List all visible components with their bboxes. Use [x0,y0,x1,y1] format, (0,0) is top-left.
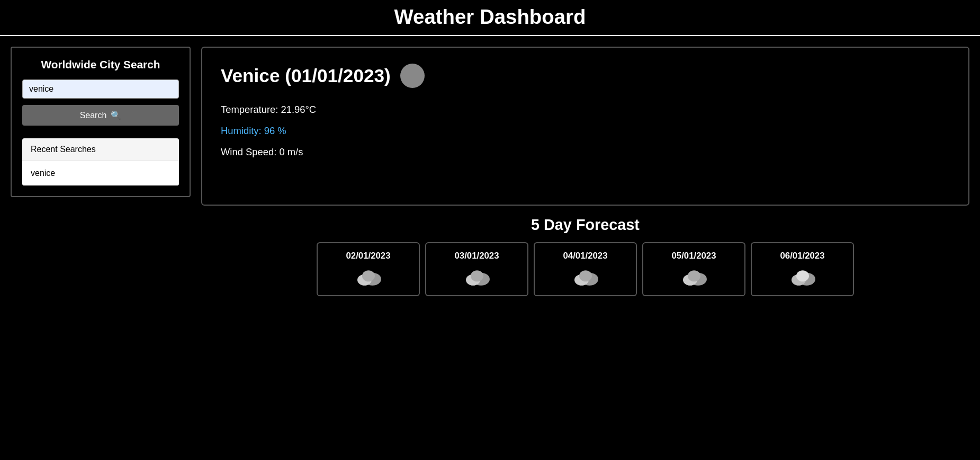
temperature-label: Temperature: 21.96°C [221,104,950,116]
forecast-date-day2: 03/01/2023 [455,251,499,261]
cloud-icon-day3 [570,267,601,288]
search-icon: 🔍 [111,110,121,120]
forecast-card-day4: 05/01/2023 [642,242,745,296]
forecast-date-day5: 06/01/2023 [780,251,825,261]
forecast-card-day2: 03/01/2023 [425,242,528,296]
recent-search-item[interactable]: venice [22,161,179,185]
humidity-label: Humidity: 96 % [221,125,950,137]
cloud-icon-day5 [787,267,819,288]
city-header: Venice (01/01/2023) [221,64,950,88]
search-button-label: Search [80,111,107,120]
svg-point-11 [688,270,700,281]
city-name-date: Venice (01/01/2023) [221,65,391,86]
right-panel: Venice (01/01/2023) Temperature: 21.96°C… [201,47,969,296]
recent-searches-header: Recent Searches [22,138,179,161]
svg-point-14 [796,270,809,281]
page-title: Weather Dashboard [0,5,980,29]
cloud-icon-day1 [353,267,384,288]
current-weather-card: Venice (01/01/2023) Temperature: 21.96°C… [201,47,969,206]
forecast-date-day4: 05/01/2023 [672,251,716,261]
cloud-icon-day2 [461,267,493,288]
forecast-date-day1: 02/01/2023 [346,251,391,261]
wind-speed-label: Wind Speed: 0 m/s [221,146,950,158]
cloud-icon-day4 [678,267,710,288]
page-header: Weather Dashboard [0,0,980,36]
main-layout: Worldwide City Search Search 🔍 Recent Se… [0,36,980,307]
forecast-card-day3: 04/01/2023 [534,242,637,296]
forecast-title: 5 Day Forecast [201,216,969,234]
weather-icon-circle [400,64,425,88]
forecast-card-day5: 06/01/2023 [751,242,854,296]
recent-searches-box: Recent Searches venice [22,138,179,185]
forecast-card-day1: 02/01/2023 [317,242,420,296]
sidebar-title: Worldwide City Search [22,58,179,71]
search-button[interactable]: Search 🔍 [22,105,179,126]
forecast-date-day3: 04/01/2023 [563,251,608,261]
forecast-cards: 02/01/2023 03/01/2023 [201,242,969,296]
svg-point-5 [471,270,483,281]
svg-point-8 [579,270,592,281]
forecast-section: 5 Day Forecast 02/01/2023 03/01/2023 [201,216,969,296]
sidebar: Worldwide City Search Search 🔍 Recent Se… [11,47,191,197]
search-input[interactable] [22,79,179,99]
svg-point-2 [362,270,375,281]
